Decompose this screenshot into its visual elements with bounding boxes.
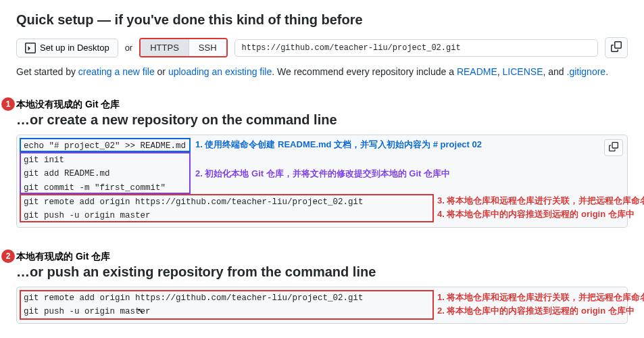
license-link[interactable]: LICENSE	[503, 66, 543, 77]
setup-row: Set up in Desktop or HTTPS SSH	[16, 37, 628, 58]
clipboard-icon	[609, 142, 618, 151]
readme-link[interactable]: README	[457, 66, 497, 77]
annotation-2: 2. 初始化本地 Git 仓库，并将文件的修改提交到本地的 Git 仓库中	[195, 168, 450, 180]
cursor-icon: ↖	[137, 306, 144, 316]
annotation-s2-2: 2. 将本地仓库中的内容推送到远程的 origin 仓库中	[437, 305, 635, 317]
section2-label: 本地有现成的 Git 仓库	[16, 251, 628, 263]
code-block-2: git remote add origin https://github.com…	[16, 287, 628, 324]
quick-setup-title: Quick setup — if you've done this kind o…	[16, 12, 628, 28]
or-text: or	[125, 43, 133, 53]
copy-url-button[interactable]	[605, 37, 628, 58]
section1-label: 本地没有现成的 Git 仓库	[16, 99, 628, 111]
code-line: git commit -m "first_commit"	[17, 181, 627, 195]
setup-desktop-button[interactable]: Set up in Desktop	[16, 39, 118, 57]
get-started-text: Get started by creating a new file or up…	[16, 66, 628, 77]
upload-file-link[interactable]: uploading an existing file	[168, 66, 272, 77]
create-file-link[interactable]: creating a new file	[78, 66, 155, 77]
copy-code-1-button[interactable]	[604, 139, 623, 156]
section-push-existing: 2 本地有现成的 Git 仓库 …or push an existing rep…	[16, 251, 628, 324]
clone-protocol-tabs: HTTPS SSH	[139, 38, 227, 57]
badge-2: 2	[1, 249, 15, 263]
annotation-4: 4. 将本地仓库中的内容推送到远程的 origin 仓库中	[437, 208, 635, 220]
gitignore-link[interactable]: .gitignore	[567, 66, 606, 77]
desktop-icon	[25, 43, 36, 53]
clipboard-icon	[611, 41, 622, 52]
section1-title: …or create a new repository on the comma…	[16, 112, 628, 128]
section2-title: …or push an existing repository from the…	[16, 264, 628, 280]
section-create-repo: 1 本地没有现成的 Git 仓库 …or create a new reposi…	[16, 99, 628, 228]
repo-url-input[interactable]	[234, 39, 598, 57]
code-block-1: echo "# project_02" >> README.md git ini…	[16, 135, 628, 228]
tab-https[interactable]: HTTPS	[141, 39, 189, 56]
annotation-s2-1: 1. 将本地仓库和远程仓库进行关联，并把远程仓库命名为 origin	[437, 291, 644, 304]
tab-ssh[interactable]: SSH	[189, 39, 226, 56]
annotation-1: 1. 使用终端命令创建 README.md 文档，并写入初始内容为 # proj…	[195, 139, 482, 151]
annotation-3: 3. 将本地仓库和远程仓库进行关联，并把远程仓库命名为 origin	[437, 195, 644, 207]
badge-1: 1	[1, 97, 15, 111]
code-line: git init	[17, 153, 627, 168]
setup-desktop-label: Set up in Desktop	[40, 43, 109, 53]
